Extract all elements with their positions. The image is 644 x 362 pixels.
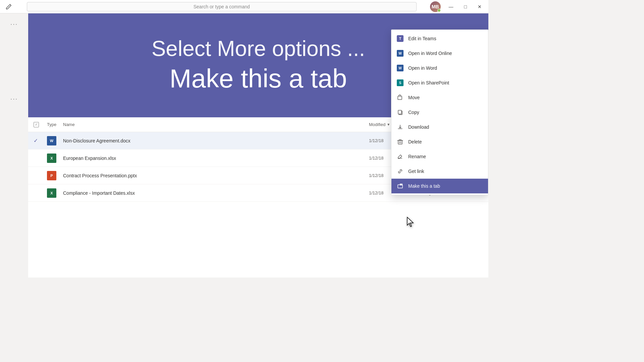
minimize-button[interactable]: —	[446, 3, 456, 11]
ppt-icon: P	[47, 171, 56, 180]
main-area: ··· ··· Select More options ... Make thi…	[0, 13, 488, 278]
menu-item-make-tab[interactable]: Make this a tab	[391, 179, 488, 193]
sort-arrow-icon: ▼	[387, 123, 390, 126]
title-bar-right: MB — □ ✕	[430, 1, 484, 12]
menu-label-open-word-online: Open in Word Online	[408, 51, 452, 56]
menu-label-make-tab: Make this a tab	[408, 183, 440, 189]
excel-icon: X	[47, 188, 56, 198]
tab-icon	[397, 183, 404, 189]
file-name[interactable]: Compliance - Important Dates.xlsx	[63, 190, 369, 196]
close-button[interactable]: ✕	[475, 3, 484, 11]
file-name[interactable]: European Expansion.xlsx	[63, 156, 369, 161]
menu-label-copy: Copy	[408, 110, 419, 115]
word-icon: W	[397, 65, 404, 71]
word-icon: W	[47, 136, 56, 145]
menu-label-edit-in-teams: Edit in Teams	[408, 36, 436, 41]
file-type-icon: X	[47, 188, 63, 198]
file-name[interactable]: Non-Disclosure Agreement.docx	[63, 138, 369, 143]
menu-label-download: Download	[408, 124, 429, 130]
menu-label-rename: Rename	[408, 154, 426, 159]
word-icon: W	[397, 50, 404, 57]
file-type-icon: X	[47, 154, 63, 163]
maximize-button[interactable]: □	[462, 3, 470, 11]
bottom-more-options[interactable]: ···	[10, 95, 18, 103]
teams-icon: T	[397, 35, 404, 42]
move-icon	[397, 94, 404, 101]
rename-icon	[397, 153, 404, 160]
content-panel: Select More options ... Make this a tab …	[28, 13, 488, 278]
edit-icon[interactable]	[4, 2, 13, 11]
menu-item-get-link[interactable]: Get link	[391, 164, 488, 179]
header-check: ✓	[34, 122, 47, 127]
menu-label-open-sharepoint: Open in SharePoint	[408, 80, 449, 85]
menu-label-delete: Delete	[408, 139, 422, 144]
menu-label-move: Move	[408, 95, 420, 100]
menu-item-delete[interactable]: Delete	[391, 134, 488, 149]
search-placeholder: Search or type a command	[194, 4, 250, 9]
delete-icon	[397, 138, 404, 145]
menu-label-get-link: Get link	[408, 169, 424, 174]
menu-item-download[interactable]: Download	[391, 120, 488, 134]
svg-rect-2	[398, 110, 401, 114]
check-icon: ✓	[34, 137, 38, 144]
menu-item-copy[interactable]: Copy	[391, 105, 488, 120]
file-type-icon: P	[47, 171, 63, 180]
menu-item-open-sharepoint[interactable]: SOpen in SharePoint	[391, 75, 488, 90]
link-icon	[397, 168, 404, 175]
row-checkbox[interactable]: ✓	[34, 137, 47, 144]
presence-badge	[437, 9, 441, 12]
avatar[interactable]: MB	[430, 1, 441, 12]
svg-rect-3	[398, 140, 402, 144]
menu-item-open-word-online[interactable]: WOpen in Word Online	[391, 46, 488, 61]
hero-line2: Make this a tab	[170, 63, 347, 94]
menu-item-edit-in-teams[interactable]: TEdit in Teams	[391, 31, 488, 46]
menu-item-rename[interactable]: Rename	[391, 149, 488, 164]
top-more-options[interactable]: ···	[10, 20, 18, 28]
menu-item-open-word[interactable]: WOpen in Word	[391, 61, 488, 75]
header-name[interactable]: Name	[63, 122, 369, 127]
hero-line1: Select More options ...	[152, 37, 365, 60]
download-icon	[397, 124, 404, 130]
file-type-icon: W	[47, 136, 63, 145]
sharepoint-icon: S	[397, 79, 404, 86]
menu-label-open-word: Open in Word	[408, 65, 437, 71]
file-name[interactable]: Contract Process Presentation.pptx	[63, 173, 369, 178]
title-bar: Search or type a command MB — □ ✕	[0, 0, 488, 13]
menu-item-move[interactable]: Move	[391, 90, 488, 105]
search-bar[interactable]: Search or type a command	[27, 2, 417, 11]
context-menu: TEdit in TeamsWOpen in Word OnlineWOpen …	[391, 29, 488, 195]
select-all-checkbox[interactable]: ✓	[34, 122, 39, 127]
left-sidebar: ··· ···	[0, 13, 28, 278]
svg-rect-0	[398, 96, 402, 100]
header-type: Type	[47, 122, 63, 127]
excel-icon: X	[47, 154, 56, 163]
copy-icon	[397, 109, 404, 116]
